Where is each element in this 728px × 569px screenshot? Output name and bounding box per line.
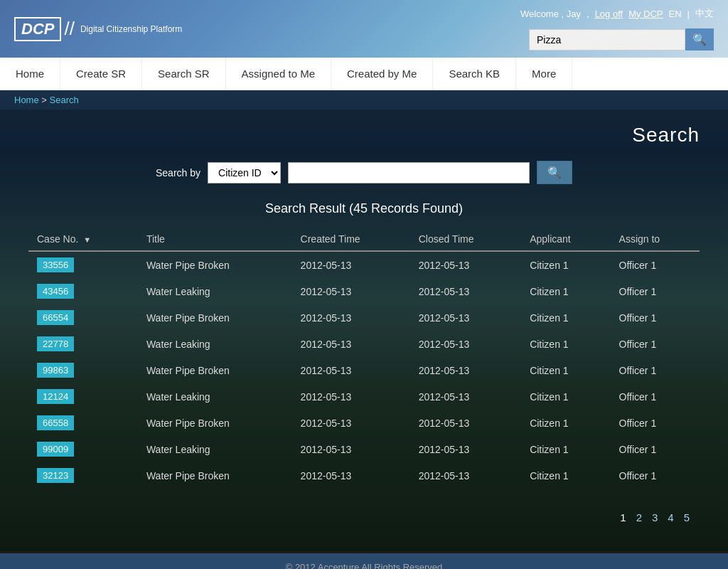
divider: , [587, 9, 589, 19]
search-go-button[interactable]: 🔍 [537, 161, 572, 184]
cell-assign: Officer 1 [611, 331, 700, 357]
logoff-link[interactable]: Log off [595, 9, 623, 19]
cell-closed: 2012-05-13 [410, 251, 521, 278]
cell-assign: Officer 1 [611, 251, 700, 278]
breadcrumb: Home > Search [0, 90, 728, 110]
page-2[interactable]: 2 [633, 510, 645, 525]
results-table: Case No. ▼ Title Created Time Closed Tim… [28, 228, 700, 489]
cell-applicant: Citizen 1 [521, 251, 610, 278]
case-badge[interactable]: 66558 [37, 415, 74, 430]
cell-closed: 2012-05-13 [410, 331, 521, 357]
cell-assign: Officer 1 [611, 304, 700, 331]
case-badge[interactable]: 43456 [37, 284, 74, 299]
table-row: 99009 Water Leaking 2012-05-13 2012-05-1… [28, 436, 700, 462]
cell-applicant: Citizen 1 [521, 357, 610, 383]
case-badge[interactable]: 33556 [37, 257, 74, 272]
cell-closed: 2012-05-13 [410, 357, 521, 383]
search-by-label: Search by [156, 167, 200, 179]
table-row: 66558 Water Pipe Broken 2012-05-13 2012-… [28, 410, 700, 436]
table-row: 99863 Water Pipe Broken 2012-05-13 2012-… [28, 357, 700, 383]
cell-closed: 2012-05-13 [410, 304, 521, 331]
results-title: Search Result (45 Records Found) [28, 201, 700, 216]
cell-created: 2012-05-13 [292, 331, 410, 357]
search-by-select[interactable]: Citizen ID Case No Name Email [208, 162, 281, 184]
cell-applicant: Citizen 1 [521, 383, 610, 410]
col-assign: Assign to [611, 228, 700, 251]
cell-assign: Officer 1 [611, 462, 700, 489]
case-badge[interactable]: 99863 [37, 363, 74, 378]
cell-applicant: Citizen 1 [521, 304, 610, 331]
table-row: 22778 Water Leaking 2012-05-13 2012-05-1… [28, 331, 700, 357]
cell-created: 2012-05-13 [292, 278, 410, 304]
cell-applicant: Citizen 1 [521, 462, 610, 489]
search-controls: Search by Citizen ID Case No Name Email … [28, 161, 700, 184]
welcome-text: Welcome , Jay [520, 9, 581, 19]
cell-created: 2012-05-13 [292, 383, 410, 410]
logo-dcp: DCP [14, 17, 61, 41]
nav-search-kb[interactable]: Search KB [433, 58, 516, 90]
table-row: 12124 Water Leaking 2012-05-13 2012-05-1… [28, 383, 700, 410]
pagination: 1 2 3 4 5 [28, 510, 700, 525]
mydcp-link[interactable]: My DCP [628, 9, 663, 19]
col-applicant: Applicant [521, 228, 610, 251]
lang-zh[interactable]: 中文 [695, 7, 714, 20]
cell-title: Water Pipe Broken [138, 410, 292, 436]
page-1[interactable]: 1 [617, 510, 628, 525]
case-badge[interactable]: 66554 [37, 310, 74, 325]
case-badge[interactable]: 32123 [37, 468, 74, 483]
cell-closed: 2012-05-13 [410, 410, 521, 436]
header-search-button[interactable]: 🔍 [685, 28, 714, 50]
cell-created: 2012-05-13 [292, 410, 410, 436]
case-badge[interactable]: 99009 [37, 442, 74, 457]
breadcrumb-current[interactable]: Search [50, 95, 79, 105]
cell-applicant: Citizen 1 [521, 436, 610, 462]
table-row: 33556 Water Pipe Broken 2012-05-13 2012-… [28, 251, 700, 278]
cell-created: 2012-05-13 [292, 462, 410, 489]
breadcrumb-separator: > [41, 95, 49, 105]
nav-create-sr[interactable]: Create SR [60, 58, 142, 90]
case-badge[interactable]: 22778 [37, 336, 74, 351]
cell-case-no: 33556 [28, 251, 138, 278]
header-right: Welcome , Jay , Log off My DCP EN | 中文 🔍 [520, 7, 714, 50]
cell-applicant: Citizen 1 [521, 278, 610, 304]
cell-case-no: 43456 [28, 278, 138, 304]
logo-slashes: // [64, 18, 74, 40]
main-content: Search Search by Citizen ID Case No Name… [0, 110, 728, 553]
cell-created: 2012-05-13 [292, 357, 410, 383]
col-created: Created Time [292, 228, 410, 251]
search-input[interactable] [288, 162, 530, 184]
sort-arrow: ▼ [83, 235, 91, 244]
page-5[interactable]: 5 [681, 510, 692, 525]
cell-created: 2012-05-13 [292, 436, 410, 462]
page-title: Search [28, 124, 700, 147]
cell-closed: 2012-05-13 [410, 383, 521, 410]
cell-title: Water Leaking [138, 331, 292, 357]
case-badge[interactable]: 12124 [37, 389, 74, 404]
cell-closed: 2012-05-13 [410, 436, 521, 462]
cell-created: 2012-05-13 [292, 304, 410, 331]
cell-assign: Officer 1 [611, 357, 700, 383]
header-search-input[interactable] [529, 29, 685, 50]
lang-en[interactable]: EN [669, 9, 682, 19]
main-nav: Home Create SR Search SR Assigned to Me … [0, 58, 728, 90]
cell-title: Water Leaking [138, 383, 292, 410]
cell-title: Water Leaking [138, 278, 292, 304]
nav-more[interactable]: More [516, 58, 572, 90]
breadcrumb-home[interactable]: Home [14, 95, 39, 105]
nav-search-sr[interactable]: Search SR [142, 58, 226, 90]
header-search-bar: 🔍 [529, 28, 714, 50]
cell-applicant: Citizen 1 [521, 331, 610, 357]
cell-case-no: 66558 [28, 410, 138, 436]
cell-title: Water Pipe Broken [138, 251, 292, 278]
lang-pipe: | [687, 9, 690, 19]
page-4[interactable]: 4 [665, 510, 676, 525]
col-case-no[interactable]: Case No. ▼ [28, 228, 138, 251]
cell-title: Water Pipe Broken [138, 462, 292, 489]
cell-closed: 2012-05-13 [410, 462, 521, 489]
nav-created-by-me[interactable]: Created by Me [331, 58, 433, 90]
nav-assigned-to-me[interactable]: Assigned to Me [226, 58, 331, 90]
cell-assign: Officer 1 [611, 383, 700, 410]
cell-title: Water Pipe Broken [138, 357, 292, 383]
nav-home[interactable]: Home [0, 58, 60, 90]
page-3[interactable]: 3 [649, 510, 660, 525]
